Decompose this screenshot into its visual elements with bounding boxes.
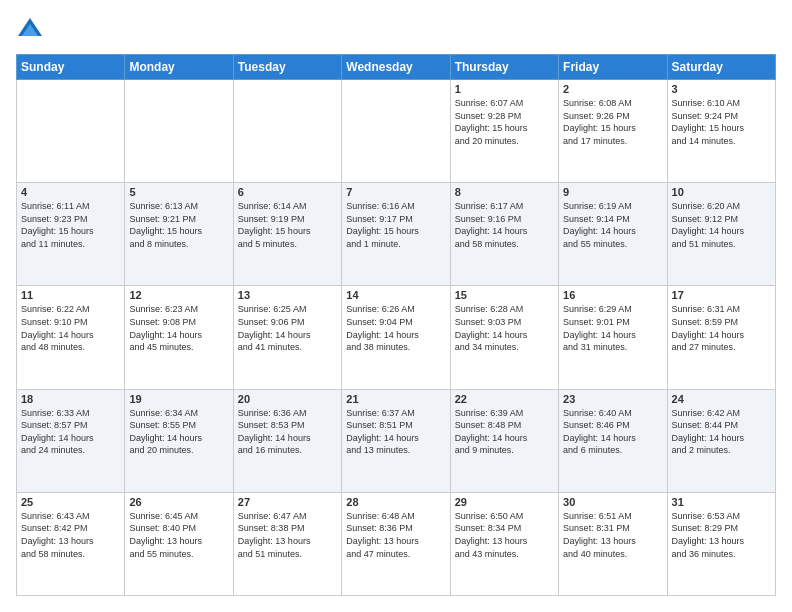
day-number: 5 [129, 186, 228, 198]
day-info: Sunrise: 6:39 AM Sunset: 8:48 PM Dayligh… [455, 407, 554, 457]
day-info: Sunrise: 6:36 AM Sunset: 8:53 PM Dayligh… [238, 407, 337, 457]
day-number: 31 [672, 496, 771, 508]
day-info: Sunrise: 6:23 AM Sunset: 9:08 PM Dayligh… [129, 303, 228, 353]
calendar-cell: 16Sunrise: 6:29 AM Sunset: 9:01 PM Dayli… [559, 286, 667, 389]
calendar-cell: 11Sunrise: 6:22 AM Sunset: 9:10 PM Dayli… [17, 286, 125, 389]
logo-icon [16, 16, 44, 44]
day-number: 16 [563, 289, 662, 301]
week-row-4: 25Sunrise: 6:43 AM Sunset: 8:42 PM Dayli… [17, 492, 776, 595]
week-row-3: 18Sunrise: 6:33 AM Sunset: 8:57 PM Dayli… [17, 389, 776, 492]
week-row-0: 1Sunrise: 6:07 AM Sunset: 9:28 PM Daylig… [17, 80, 776, 183]
calendar-table: SundayMondayTuesdayWednesdayThursdayFrid… [16, 54, 776, 596]
weekday-header-friday: Friday [559, 55, 667, 80]
day-number: 21 [346, 393, 445, 405]
calendar-cell: 31Sunrise: 6:53 AM Sunset: 8:29 PM Dayli… [667, 492, 775, 595]
calendar-cell: 24Sunrise: 6:42 AM Sunset: 8:44 PM Dayli… [667, 389, 775, 492]
day-info: Sunrise: 6:10 AM Sunset: 9:24 PM Dayligh… [672, 97, 771, 147]
calendar-cell: 28Sunrise: 6:48 AM Sunset: 8:36 PM Dayli… [342, 492, 450, 595]
day-number: 25 [21, 496, 120, 508]
day-info: Sunrise: 6:29 AM Sunset: 9:01 PM Dayligh… [563, 303, 662, 353]
calendar-cell: 18Sunrise: 6:33 AM Sunset: 8:57 PM Dayli… [17, 389, 125, 492]
day-info: Sunrise: 6:45 AM Sunset: 8:40 PM Dayligh… [129, 510, 228, 560]
day-number: 22 [455, 393, 554, 405]
calendar-cell: 23Sunrise: 6:40 AM Sunset: 8:46 PM Dayli… [559, 389, 667, 492]
day-info: Sunrise: 6:22 AM Sunset: 9:10 PM Dayligh… [21, 303, 120, 353]
calendar-cell: 25Sunrise: 6:43 AM Sunset: 8:42 PM Dayli… [17, 492, 125, 595]
weekday-header-wednesday: Wednesday [342, 55, 450, 80]
day-info: Sunrise: 6:50 AM Sunset: 8:34 PM Dayligh… [455, 510, 554, 560]
header [16, 16, 776, 44]
day-info: Sunrise: 6:13 AM Sunset: 9:21 PM Dayligh… [129, 200, 228, 250]
calendar-cell [342, 80, 450, 183]
calendar-cell: 10Sunrise: 6:20 AM Sunset: 9:12 PM Dayli… [667, 183, 775, 286]
day-number: 2 [563, 83, 662, 95]
day-info: Sunrise: 6:20 AM Sunset: 9:12 PM Dayligh… [672, 200, 771, 250]
logo [16, 16, 48, 44]
calendar-cell: 5Sunrise: 6:13 AM Sunset: 9:21 PM Daylig… [125, 183, 233, 286]
day-number: 17 [672, 289, 771, 301]
weekday-header-tuesday: Tuesday [233, 55, 341, 80]
calendar-cell: 1Sunrise: 6:07 AM Sunset: 9:28 PM Daylig… [450, 80, 558, 183]
day-number: 8 [455, 186, 554, 198]
day-number: 9 [563, 186, 662, 198]
week-row-2: 11Sunrise: 6:22 AM Sunset: 9:10 PM Dayli… [17, 286, 776, 389]
calendar-cell: 30Sunrise: 6:51 AM Sunset: 8:31 PM Dayli… [559, 492, 667, 595]
calendar-cell [17, 80, 125, 183]
weekday-header-monday: Monday [125, 55, 233, 80]
day-number: 20 [238, 393, 337, 405]
calendar-cell: 13Sunrise: 6:25 AM Sunset: 9:06 PM Dayli… [233, 286, 341, 389]
calendar-cell: 2Sunrise: 6:08 AM Sunset: 9:26 PM Daylig… [559, 80, 667, 183]
calendar-cell: 7Sunrise: 6:16 AM Sunset: 9:17 PM Daylig… [342, 183, 450, 286]
day-number: 6 [238, 186, 337, 198]
calendar-cell [233, 80, 341, 183]
page: SundayMondayTuesdayWednesdayThursdayFrid… [0, 0, 792, 612]
day-info: Sunrise: 6:37 AM Sunset: 8:51 PM Dayligh… [346, 407, 445, 457]
calendar-cell: 14Sunrise: 6:26 AM Sunset: 9:04 PM Dayli… [342, 286, 450, 389]
day-number: 19 [129, 393, 228, 405]
day-info: Sunrise: 6:42 AM Sunset: 8:44 PM Dayligh… [672, 407, 771, 457]
day-number: 13 [238, 289, 337, 301]
day-number: 18 [21, 393, 120, 405]
day-number: 15 [455, 289, 554, 301]
day-number: 10 [672, 186, 771, 198]
day-number: 27 [238, 496, 337, 508]
day-info: Sunrise: 6:16 AM Sunset: 9:17 PM Dayligh… [346, 200, 445, 250]
day-info: Sunrise: 6:40 AM Sunset: 8:46 PM Dayligh… [563, 407, 662, 457]
calendar-cell: 9Sunrise: 6:19 AM Sunset: 9:14 PM Daylig… [559, 183, 667, 286]
day-info: Sunrise: 6:14 AM Sunset: 9:19 PM Dayligh… [238, 200, 337, 250]
day-number: 4 [21, 186, 120, 198]
calendar-cell: 22Sunrise: 6:39 AM Sunset: 8:48 PM Dayli… [450, 389, 558, 492]
weekday-header-saturday: Saturday [667, 55, 775, 80]
day-info: Sunrise: 6:48 AM Sunset: 8:36 PM Dayligh… [346, 510, 445, 560]
calendar-cell: 12Sunrise: 6:23 AM Sunset: 9:08 PM Dayli… [125, 286, 233, 389]
calendar-cell: 8Sunrise: 6:17 AM Sunset: 9:16 PM Daylig… [450, 183, 558, 286]
day-number: 14 [346, 289, 445, 301]
day-info: Sunrise: 6:28 AM Sunset: 9:03 PM Dayligh… [455, 303, 554, 353]
day-info: Sunrise: 6:43 AM Sunset: 8:42 PM Dayligh… [21, 510, 120, 560]
day-info: Sunrise: 6:47 AM Sunset: 8:38 PM Dayligh… [238, 510, 337, 560]
day-number: 11 [21, 289, 120, 301]
day-info: Sunrise: 6:17 AM Sunset: 9:16 PM Dayligh… [455, 200, 554, 250]
day-info: Sunrise: 6:07 AM Sunset: 9:28 PM Dayligh… [455, 97, 554, 147]
day-number: 28 [346, 496, 445, 508]
day-info: Sunrise: 6:34 AM Sunset: 8:55 PM Dayligh… [129, 407, 228, 457]
calendar-cell: 3Sunrise: 6:10 AM Sunset: 9:24 PM Daylig… [667, 80, 775, 183]
calendar-cell: 19Sunrise: 6:34 AM Sunset: 8:55 PM Dayli… [125, 389, 233, 492]
day-info: Sunrise: 6:11 AM Sunset: 9:23 PM Dayligh… [21, 200, 120, 250]
day-number: 12 [129, 289, 228, 301]
day-info: Sunrise: 6:51 AM Sunset: 8:31 PM Dayligh… [563, 510, 662, 560]
day-number: 24 [672, 393, 771, 405]
calendar-cell: 6Sunrise: 6:14 AM Sunset: 9:19 PM Daylig… [233, 183, 341, 286]
day-info: Sunrise: 6:53 AM Sunset: 8:29 PM Dayligh… [672, 510, 771, 560]
weekday-header-thursday: Thursday [450, 55, 558, 80]
day-info: Sunrise: 6:33 AM Sunset: 8:57 PM Dayligh… [21, 407, 120, 457]
calendar-cell: 17Sunrise: 6:31 AM Sunset: 8:59 PM Dayli… [667, 286, 775, 389]
weekday-header-row: SundayMondayTuesdayWednesdayThursdayFrid… [17, 55, 776, 80]
day-number: 29 [455, 496, 554, 508]
day-number: 3 [672, 83, 771, 95]
calendar-cell: 4Sunrise: 6:11 AM Sunset: 9:23 PM Daylig… [17, 183, 125, 286]
day-number: 26 [129, 496, 228, 508]
day-number: 7 [346, 186, 445, 198]
calendar-cell: 15Sunrise: 6:28 AM Sunset: 9:03 PM Dayli… [450, 286, 558, 389]
day-info: Sunrise: 6:19 AM Sunset: 9:14 PM Dayligh… [563, 200, 662, 250]
